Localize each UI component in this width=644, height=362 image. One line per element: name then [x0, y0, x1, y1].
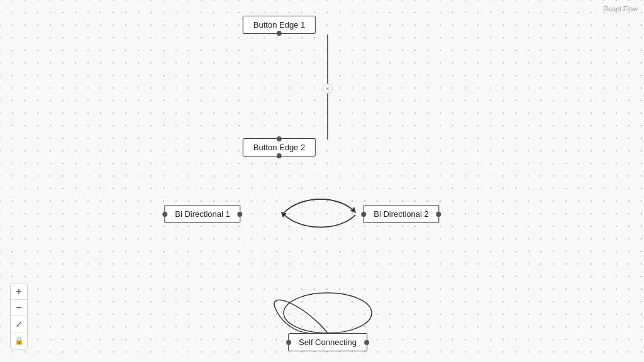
svg-point-1: [284, 293, 372, 333]
edges-layer: [0, 0, 644, 362]
node-label: Bi Directional 1: [175, 209, 230, 219]
zoom-out-button[interactable]: −: [11, 300, 27, 316]
node-label: Button Edge 2: [253, 143, 305, 152]
edge-delete-button[interactable]: ×: [323, 84, 333, 94]
handle-left[interactable]: [286, 340, 291, 345]
handle-right[interactable]: [238, 212, 243, 217]
node-button-edge-1[interactable]: Button Edge 1: [243, 16, 316, 34]
node-self-connecting[interactable]: Self Connecting: [288, 333, 367, 351]
node-label: Self Connecting: [299, 337, 357, 347]
handle-right[interactable]: [364, 340, 369, 345]
node-label: Bi Directional 2: [374, 209, 428, 219]
zoom-in-button[interactable]: +: [11, 283, 27, 300]
fit-view-button[interactable]: ⤢: [11, 316, 27, 332]
handle-bottom[interactable]: [277, 31, 282, 36]
node-bi-directional-2[interactable]: Bi Directional 2: [363, 205, 439, 223]
handle-left[interactable]: [162, 212, 167, 217]
handle-bottom[interactable]: [277, 153, 282, 158]
handle-left[interactable]: [361, 212, 366, 217]
handle-top[interactable]: [277, 136, 282, 141]
flow-canvas[interactable]: React Flow × Button Edge 1 Button Edge 2: [0, 0, 644, 362]
node-bi-directional-1[interactable]: Bi Directional 1: [164, 205, 240, 223]
handle-right[interactable]: [436, 212, 441, 217]
flow-controls: + − ⤢ 🔒: [10, 283, 28, 349]
lock-button[interactable]: 🔒: [11, 332, 27, 349]
node-label: Button Edge 1: [253, 20, 305, 30]
node-button-edge-2[interactable]: Button Edge 2: [243, 138, 316, 156]
react-flow-brand: React Flow: [603, 5, 638, 13]
